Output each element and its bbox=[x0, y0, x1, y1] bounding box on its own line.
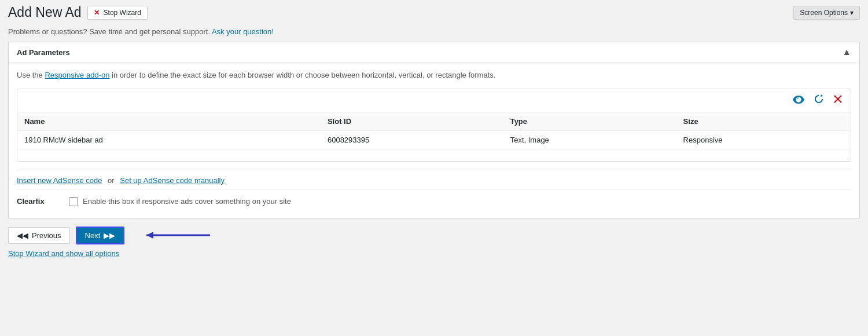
col-size: Size bbox=[676, 112, 851, 131]
table-header-row: Name Slot ID Type Size bbox=[17, 112, 851, 131]
stop-wizard-label: Stop Wizard bbox=[104, 9, 141, 17]
main-content: Ad Parameters ▲ Use the Responsive add-o… bbox=[0, 42, 868, 218]
chevron-down-icon: ▾ bbox=[850, 9, 854, 17]
previous-label: Previous bbox=[32, 231, 61, 240]
next-label: Next bbox=[85, 231, 101, 240]
page-title-area: Add New Ad ✕ Stop Wizard bbox=[8, 5, 148, 20]
cell-size: Responsive bbox=[676, 131, 851, 149]
responsive-addon-link[interactable]: Responsive add-on bbox=[45, 71, 109, 79]
arrow-svg bbox=[135, 229, 210, 241]
col-type: Type bbox=[503, 112, 676, 131]
or-separator: or bbox=[108, 176, 115, 185]
screen-options-label: Screen Options bbox=[800, 9, 848, 17]
table-row: 1910 RMcW sidebar ad 6008293395 Text, Im… bbox=[17, 131, 851, 149]
insert-adsense-link[interactable]: Insert new AdSense code bbox=[17, 176, 102, 185]
ad-table-container: Name Slot ID Type Size 1910 RMcW sidebar… bbox=[17, 89, 851, 162]
clearfix-row: Clearfix Enable this box if responsive a… bbox=[17, 189, 851, 210]
cell-type: Text, Image bbox=[503, 131, 676, 149]
screen-options-button[interactable]: Screen Options ▾ bbox=[793, 6, 860, 20]
ask-question-link[interactable]: Ask your question! bbox=[212, 27, 274, 36]
stop-wizard-button[interactable]: ✕ Stop Wizard bbox=[87, 6, 148, 20]
table-empty-row bbox=[17, 149, 851, 161]
refresh-icon-button[interactable] bbox=[811, 93, 826, 108]
x-icon: ✕ bbox=[94, 9, 100, 17]
nav-buttons: ◀◀ Previous Next ▶▶ bbox=[8, 227, 860, 244]
cell-name: 1910 RMcW sidebar ad bbox=[17, 131, 321, 149]
stop-wizard-show-all-link[interactable]: Stop Wizard and show all options bbox=[8, 249, 119, 258]
clearfix-label: Clearfix bbox=[17, 197, 63, 206]
panel-title: Ad Parameters bbox=[17, 48, 70, 57]
svg-marker-1 bbox=[146, 232, 153, 239]
next-arrow-icon: ▶▶ bbox=[104, 231, 115, 240]
clearfix-checkbox[interactable] bbox=[69, 197, 78, 206]
clearfix-right: Enable this box if responsive ads cover … bbox=[69, 197, 291, 206]
top-bar: Add New Ad ✕ Stop Wizard Screen Options … bbox=[0, 0, 868, 25]
view-icon-button[interactable] bbox=[790, 93, 807, 108]
col-name: Name bbox=[17, 112, 321, 131]
support-bar: Problems or questions? Save time and get… bbox=[0, 25, 868, 42]
support-text: Problems or questions? Save time and get… bbox=[8, 27, 210, 36]
ad-table-toolbar bbox=[17, 89, 851, 112]
next-button[interactable]: Next ▶▶ bbox=[76, 227, 125, 244]
setup-adsense-link[interactable]: Set up AdSense code manually bbox=[120, 176, 225, 185]
ad-parameters-panel: Ad Parameters ▲ Use the Responsive add-o… bbox=[8, 42, 860, 218]
delete-icon-button[interactable] bbox=[831, 93, 845, 108]
panel-header: Ad Parameters ▲ bbox=[9, 42, 859, 63]
description-text: Use the Responsive add-on in order to de… bbox=[17, 71, 851, 79]
links-row: Insert new AdSense code or Set up AdSens… bbox=[17, 170, 851, 187]
cell-slot-id: 6008293395 bbox=[321, 131, 503, 149]
col-slot-id: Slot ID bbox=[321, 112, 503, 131]
previous-button[interactable]: ◀◀ Previous bbox=[8, 227, 70, 244]
ad-table: Name Slot ID Type Size 1910 RMcW sidebar… bbox=[17, 112, 851, 161]
prev-arrow-icon: ◀◀ bbox=[17, 231, 28, 240]
arrow-indicator bbox=[135, 229, 210, 241]
panel-collapse-button[interactable]: ▲ bbox=[842, 47, 851, 57]
panel-body: Use the Responsive add-on in order to de… bbox=[9, 63, 859, 218]
footer-area: ◀◀ Previous Next ▶▶ Stop Wizard and show… bbox=[0, 218, 868, 262]
page-title: Add New Ad bbox=[8, 5, 82, 20]
clearfix-checkbox-label: Enable this box if responsive ads cover … bbox=[83, 197, 291, 206]
